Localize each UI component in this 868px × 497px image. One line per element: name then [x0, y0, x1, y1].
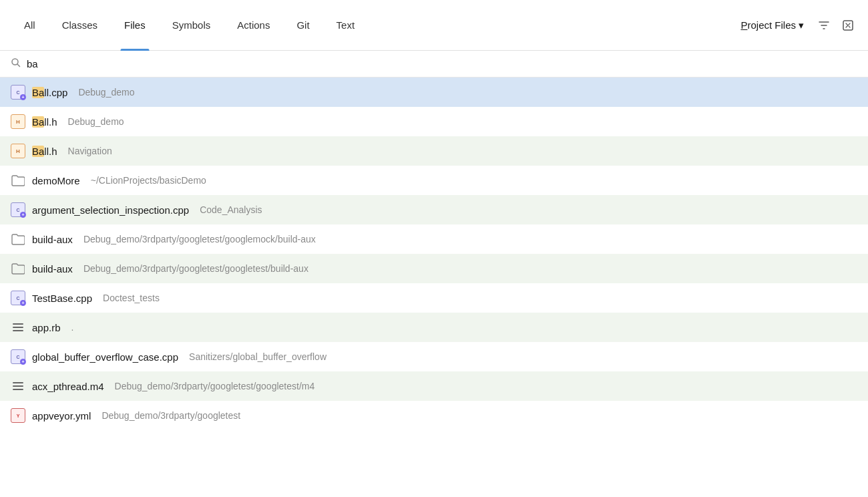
search-icon [11, 57, 21, 70]
result-location: Debug_demo/3rdparty/googletest [101, 410, 240, 421]
cpp-file-icon: C [11, 85, 25, 100]
tab-symbols-label: Symbols [172, 19, 211, 31]
cpp-file-icon: C [11, 291, 25, 305]
result-location: . [71, 322, 74, 333]
result-name: argument_selection_inspection.cpp [32, 204, 189, 216]
result-name: appveyor.yml [32, 410, 91, 422]
tab-classes-label: Classes [62, 19, 97, 31]
tab-actions-label: Actions [237, 19, 270, 31]
cpp-file-icon: C [11, 202, 25, 217]
folder-icon [11, 261, 25, 276]
tab-symbols[interactable]: Symbols [159, 0, 224, 51]
tab-bar-right: Project Files ▾ [735, 16, 857, 35]
folder-icon [11, 232, 25, 246]
project-files-label: Project Files [740, 19, 796, 31]
result-name: build-aux [32, 263, 73, 275]
result-location: Debug_demo [78, 87, 134, 98]
result-name: demoMore [32, 175, 80, 186]
list-item[interactable]: app.rb . [0, 313, 868, 342]
list-item[interactable]: H Ball.h Debug_demo [0, 107, 868, 136]
project-files-dropdown[interactable]: Project Files ▾ [735, 17, 809, 34]
result-location: Navigation [68, 146, 112, 156]
list-item[interactable]: build-aux Debug_demo/3rdparty/googletest… [0, 254, 868, 283]
cpp-file-icon: C [11, 349, 25, 364]
list-item[interactable]: build-aux Debug_demo/3rdparty/googletest… [0, 224, 868, 254]
result-name: build-aux [32, 234, 73, 245]
result-location: Debug_demo [68, 116, 124, 127]
list-item[interactable]: C Ball.cpp Debug_demo [0, 77, 868, 107]
list-item[interactable]: Y appveyor.yml Debug_demo/3rdparty/googl… [0, 401, 868, 430]
folder-icon [11, 173, 25, 188]
lines-file-icon [11, 379, 25, 393]
result-location: Debug_demo/3rdparty/googletest/googlemoc… [83, 234, 316, 244]
result-name: acx_pthread.m4 [32, 381, 104, 392]
result-location: Sanitizers/global_buffer_overflow [189, 351, 327, 362]
result-name: Ball.h [32, 116, 57, 128]
list-item[interactable]: C global_buffer_overflow_case.cpp Saniti… [0, 342, 868, 371]
tab-files[interactable]: Files [111, 0, 159, 51]
tab-classes[interactable]: Classes [49, 0, 111, 51]
tab-text[interactable]: Text [323, 0, 369, 51]
filter-icon[interactable] [815, 16, 833, 35]
list-item[interactable]: C TestBase.cpp Doctest_tests [0, 283, 868, 313]
result-location: Debug_demo/3rdparty/googletest/googletes… [83, 263, 308, 274]
result-name: app.rb [32, 322, 61, 333]
tab-files-label: Files [124, 19, 146, 31]
list-item[interactable]: H Ball.h Navigation [0, 136, 868, 166]
lines-file-icon [11, 320, 25, 335]
result-name: Ball.cpp [32, 87, 67, 98]
tab-actions[interactable]: Actions [224, 0, 283, 51]
list-item[interactable]: C argument_selection_inspection.cpp Code… [0, 195, 868, 224]
tabs: All Classes Files Symbols Actions Git Te… [11, 0, 735, 51]
collapse-icon[interactable] [839, 16, 857, 35]
h-file-icon: H [11, 144, 25, 158]
tab-text-label: Text [337, 19, 355, 31]
tab-git[interactable]: Git [283, 0, 322, 51]
chevron-down-icon: ▾ [799, 19, 804, 31]
result-location: Doctest_tests [103, 293, 160, 303]
tab-git-label: Git [296, 19, 309, 31]
search-bar [0, 51, 868, 77]
result-location: ~/CLionProjects/basicDemo [91, 175, 206, 186]
result-name: Ball.h [32, 146, 57, 157]
results-list: C Ball.cpp Debug_demo H Ball.h Debug_dem… [0, 77, 868, 430]
search-input[interactable] [27, 58, 857, 69]
list-item[interactable]: acx_pthread.m4 Debug_demo/3rdparty/googl… [0, 371, 868, 401]
result-name: TestBase.cpp [32, 293, 92, 304]
list-item[interactable]: demoMore ~/CLionProjects/basicDemo [0, 166, 868, 195]
tab-bar: All Classes Files Symbols Actions Git Te… [0, 0, 868, 51]
result-name: global_buffer_overflow_case.cpp [32, 351, 178, 363]
h-file-icon: H [11, 114, 25, 129]
tab-all-label: All [24, 19, 35, 31]
result-location: Code_Analysis [200, 204, 262, 215]
yml-file-icon: Y [11, 408, 25, 423]
tab-all[interactable]: All [11, 0, 49, 51]
result-location: Debug_demo/3rdparty/googletest/googletes… [115, 381, 315, 391]
